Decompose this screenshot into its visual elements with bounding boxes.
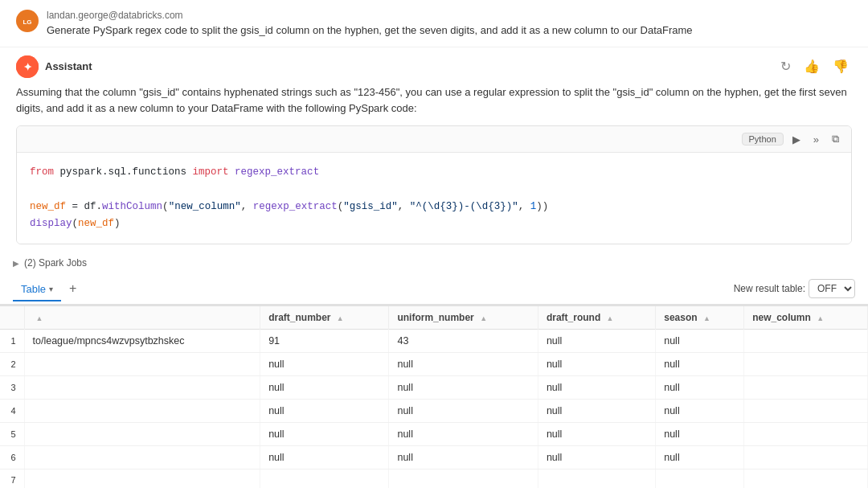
data-table-wrapper: ▲ draft_number ▲ uniform_number ▲ draft_…	[0, 306, 868, 488]
season-header[interactable]: season ▲	[656, 306, 744, 330]
table-area: ▲ draft_number ▲ uniform_number ▲ draft_…	[0, 306, 868, 488]
draft-number-cell: null	[260, 423, 389, 446]
row-num: 2	[0, 353, 24, 376]
new-column-cell	[744, 330, 868, 353]
draft-round-cell: null	[538, 400, 655, 423]
assistant-avatar: ✦	[16, 55, 39, 78]
tab-dropdown-icon: ▾	[49, 285, 53, 293]
user-message-section: LG landan.george@databricks.com Generate…	[0, 0, 868, 47]
result-control: New result table: OFF ON	[734, 279, 855, 298]
draft-number-cell: 91	[260, 330, 389, 353]
uniform-number-header[interactable]: uniform_number ▲	[389, 306, 538, 330]
assistant-name: Assistant	[45, 60, 92, 72]
new-result-table-dropdown[interactable]: OFF ON	[809, 279, 855, 298]
refresh-button[interactable]: ↻	[777, 57, 794, 76]
svg-text:LG: LG	[23, 18, 31, 26]
sort-icon-uniform-number: ▲	[480, 314, 487, 322]
spark-jobs-row[interactable]: ▶ (2) Spark Jobs	[0, 252, 868, 273]
result-label: New result table:	[734, 283, 805, 294]
table-row: 6 null null null null	[0, 446, 868, 470]
data-table: ▲ draft_number ▲ uniform_number ▲ draft_…	[0, 306, 868, 488]
col0-cell	[24, 353, 260, 376]
table-row: 5 null null null null	[0, 423, 868, 446]
new-column-cell	[744, 400, 868, 423]
spark-arrow-icon: ▶	[13, 259, 19, 268]
add-tab-button[interactable]: +	[63, 277, 83, 301]
new-column-header[interactable]: new_column ▲	[744, 306, 868, 330]
code-content: from pyspark.sql.functions import regexp…	[17, 153, 851, 244]
new-column-cell	[744, 423, 868, 446]
draft-number-cell: null	[260, 400, 389, 423]
uniform-number-cell: null	[389, 400, 538, 423]
draft-round-cell: null	[538, 446, 655, 470]
row-num: 3	[0, 376, 24, 400]
sort-icon-col0: ▲	[36, 314, 43, 322]
assistant-label: ✦ Assistant	[16, 55, 92, 78]
row-num: 4	[0, 400, 24, 423]
language-badge: Python	[742, 133, 784, 146]
draft-number-cell: null	[260, 353, 389, 376]
new-column-cell	[744, 470, 868, 488]
draft-number-cell: null	[260, 446, 389, 470]
col0-cell	[24, 376, 260, 400]
col-rownum-header	[0, 306, 24, 330]
season-cell: null	[656, 423, 744, 446]
draft-round-header[interactable]: draft_round ▲	[538, 306, 655, 330]
draft-number-cell	[260, 470, 389, 488]
table-header-row: ▲ draft_number ▲ uniform_number ▲ draft_…	[0, 306, 868, 330]
assistant-section: ✦ Assistant ↻ 👍 👎 Assuming that the colu…	[0, 47, 868, 245]
draft-number-cell: null	[260, 376, 389, 400]
season-cell: null	[656, 376, 744, 400]
new-column-cell	[744, 446, 868, 470]
season-label: season	[664, 312, 697, 323]
draft-number-header[interactable]: draft_number ▲	[260, 306, 389, 330]
season-cell	[656, 470, 744, 488]
uniform-number-cell: null	[389, 353, 538, 376]
svg-text:✦: ✦	[23, 61, 32, 73]
thumbs-up-button[interactable]: 👍	[800, 57, 823, 76]
uniform-number-cell: 43	[389, 330, 538, 353]
table-tab-label: Table	[21, 283, 46, 295]
draft-round-cell: null	[538, 353, 655, 376]
table-tab[interactable]: Table ▾	[13, 278, 61, 301]
row-num: 7	[0, 470, 24, 488]
draft-round-cell: null	[538, 330, 655, 353]
table-body: 1 to/league/mpncs4wzvpsytbzhskec 91 43 n…	[0, 330, 868, 488]
assistant-header: ✦ Assistant ↻ 👍 👎	[16, 55, 852, 78]
more-options-button[interactable]: »	[809, 132, 823, 147]
table-row: 4 null null null null	[0, 400, 868, 423]
assistant-intro: Assuming that the column "gsis_id" conta…	[16, 84, 852, 118]
copy-button[interactable]: ⧉	[828, 131, 843, 147]
sort-icon-new-column: ▲	[817, 314, 824, 322]
sort-icon-season: ▲	[703, 314, 710, 322]
new-column-label: new_column	[752, 312, 811, 323]
draft-number-label: draft_number	[268, 312, 330, 323]
row-num: 5	[0, 423, 24, 446]
thumbs-down-button[interactable]: 👎	[829, 57, 852, 76]
table-row: 1 to/league/mpncs4wzvpsytbzhskec 91 43 n…	[0, 330, 868, 353]
table-toolbar: Table ▾ + New result table: OFF ON	[0, 273, 868, 306]
user-email: landan.george@databricks.com	[47, 10, 693, 21]
row-num: 6	[0, 446, 24, 470]
table-row: 3 null null null null	[0, 376, 868, 400]
table-row: 7	[0, 470, 868, 488]
draft-round-cell: null	[538, 423, 655, 446]
season-cell: null	[656, 330, 744, 353]
sort-icon-draft-number: ▲	[337, 314, 344, 322]
uniform-number-cell: null	[389, 423, 538, 446]
col0-cell	[24, 446, 260, 470]
season-cell: null	[656, 446, 744, 470]
run-button[interactable]: ▶	[788, 132, 805, 147]
assistant-actions: ↻ 👍 👎	[777, 57, 852, 76]
season-cell: null	[656, 353, 744, 376]
new-column-cell	[744, 376, 868, 400]
col0-cell	[24, 423, 260, 446]
col0-cell	[24, 400, 260, 423]
code-block: Python ▶ » ⧉ from pyspark.sql.functions …	[16, 125, 852, 244]
user-content: landan.george@databricks.com Generate Py…	[47, 10, 693, 39]
table-tabs: Table ▾ +	[13, 277, 83, 301]
uniform-number-label: uniform_number	[397, 312, 473, 323]
avatar: LG	[16, 10, 39, 32]
code-toolbar: Python ▶ » ⧉	[17, 126, 851, 153]
col0-header[interactable]: ▲	[24, 306, 260, 330]
